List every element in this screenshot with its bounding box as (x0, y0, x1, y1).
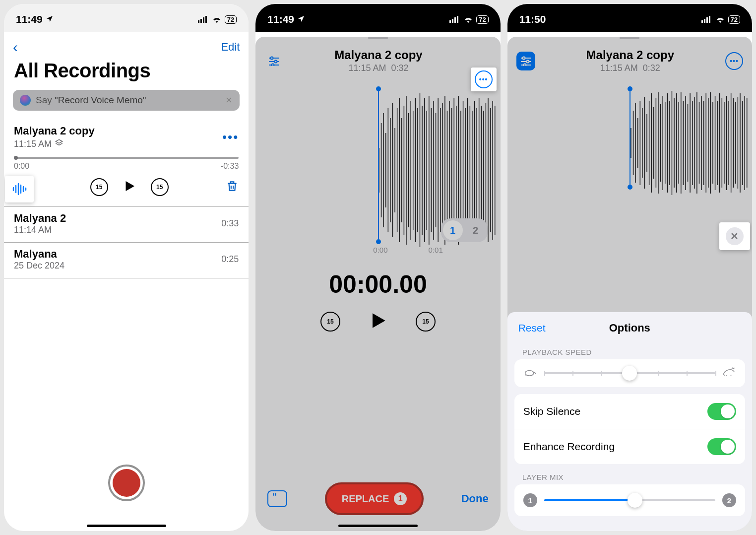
close-button[interactable]: ✕ (726, 227, 744, 245)
recording-time: 11:15 AM (14, 139, 52, 149)
recording-duration: 0:25 (221, 254, 239, 265)
svg-rect-1 (200, 19, 202, 23)
editor-title: Malyana 2 copy (586, 48, 674, 62)
done-button[interactable]: Done (461, 492, 489, 505)
svg-point-19 (272, 64, 274, 66)
sheet-grabber[interactable] (620, 37, 639, 39)
waveform-view[interactable]: 1 2 0:00 0:01 (258, 83, 497, 257)
more-icon[interactable]: ••• (475, 70, 493, 88)
skip-silence-label: Skip Silence (523, 405, 581, 417)
enhance-recording-toggle[interactable] (707, 438, 736, 455)
status-bar: 11:49 72 (4, 4, 249, 32)
speed-slider[interactable] (544, 372, 715, 374)
svg-rect-11 (452, 19, 453, 23)
recording-duration: 0:33 (221, 218, 239, 229)
page-title: All Recordings (4, 60, 249, 87)
recording-title: Malyana 2 (14, 212, 66, 225)
options-button-active[interactable] (516, 52, 535, 70)
highlight-more: ••• (471, 67, 497, 91)
back-button[interactable]: ‹ (13, 39, 18, 56)
layermix-label: LAYER MIX (507, 469, 752, 484)
svg-rect-2 (203, 17, 204, 23)
svg-point-79 (526, 60, 529, 63)
layer-2-button[interactable]: 2 (466, 220, 486, 240)
status-bar: 11:50 72 (507, 4, 752, 32)
svg-point-17 (275, 60, 277, 63)
layer-1-button[interactable]: 1 (443, 220, 463, 240)
highlight-waveform (5, 176, 34, 202)
home-indicator (87, 525, 166, 527)
svg-rect-73 (704, 19, 705, 23)
recording-item[interactable]: Malyana 25 Dec 2024 0:25 (4, 243, 249, 278)
replace-button[interactable]: REPLACE 1 (325, 482, 424, 515)
layer-1-badge: 1 (523, 493, 537, 507)
cellular-icon (701, 13, 712, 25)
recording-title: Malyana (14, 248, 64, 261)
playback-speed-label: PLAYBACK SPEED (507, 344, 752, 359)
options-button[interactable] (264, 52, 283, 70)
play-button[interactable] (367, 310, 389, 334)
battery-icon: 72 (225, 15, 237, 24)
reset-button[interactable]: Reset (518, 322, 546, 334)
svg-point-81 (523, 64, 526, 66)
recording-expanded: Malyana 2 copy 11:15 AM ••• 0:00 -0:33 1… (4, 120, 249, 207)
elapsed-time: 0:00 (14, 162, 29, 171)
cellular-icon (198, 13, 209, 25)
svg-rect-72 (701, 20, 703, 23)
layer-selector: 1 2 (441, 218, 488, 242)
recording-sub: 11:14 AM (14, 225, 66, 235)
svg-point-15 (271, 57, 273, 59)
svg-rect-13 (457, 16, 458, 23)
skip-forward-button[interactable]: 15 (151, 178, 169, 196)
recording-title: Malyana 2 copy (14, 125, 95, 137)
skip-silence-toggle[interactable] (707, 403, 736, 420)
playhead[interactable] (630, 88, 630, 188)
skip-back-button[interactable]: 15 (320, 312, 340, 332)
svg-rect-74 (706, 17, 708, 23)
tortoise-icon (523, 367, 537, 379)
sheet-grabber[interactable] (368, 37, 388, 39)
skip-forward-button[interactable]: 15 (416, 312, 436, 332)
wifi-icon (463, 13, 473, 25)
scrubber[interactable] (14, 157, 239, 159)
layermix-slider[interactable] (544, 499, 715, 501)
status-time: 11:50 (519, 13, 546, 25)
wifi-icon (212, 13, 222, 25)
more-button[interactable]: ••• (222, 130, 239, 145)
status-bar: 11:49 72 (255, 4, 500, 32)
options-sheet: Reset Options PLAYBACK SPEED Skip Silenc… (507, 312, 752, 531)
close-icon[interactable]: ✕ (225, 95, 233, 106)
more-button[interactable]: ••• (725, 52, 743, 70)
layer-2-badge: 2 (722, 493, 736, 507)
enhance-recording-label: Enhance Recording (523, 441, 615, 453)
siri-suggestion[interactable]: Say "Record Voice Memo" ✕ (13, 90, 240, 111)
rabbit-icon (722, 367, 736, 379)
recording-item[interactable]: Malyana 2 11:14 AM 0:33 (4, 207, 249, 243)
siri-text: Say "Record Voice Memo" (36, 95, 146, 106)
battery-icon: 72 (476, 15, 488, 24)
svg-rect-10 (449, 20, 451, 23)
battery-icon: 72 (728, 15, 740, 24)
siri-icon (20, 95, 31, 106)
location-icon (46, 13, 54, 25)
play-button[interactable] (122, 179, 137, 196)
playhead[interactable] (378, 88, 379, 242)
layers-icon (55, 138, 63, 150)
recording-sub: 25 Dec 2024 (14, 261, 64, 271)
transcript-button[interactable] (267, 490, 287, 507)
record-button[interactable] (108, 465, 145, 501)
highlight-close: ✕ (719, 222, 750, 250)
svg-rect-75 (709, 16, 710, 23)
delete-button[interactable] (226, 180, 239, 195)
edit-button[interactable]: Edit (221, 41, 240, 54)
skip-back-button[interactable]: 15 (90, 178, 108, 196)
location-icon (297, 13, 305, 25)
svg-rect-3 (205, 16, 207, 23)
waveform-view[interactable] (510, 83, 749, 202)
wave-time-0: 0:00 (373, 246, 387, 254)
wave-time-1: 0:01 (429, 246, 443, 254)
replace-badge: 1 (394, 492, 407, 505)
editor-title: Malyana 2 copy (334, 48, 422, 62)
options-title: Options (609, 322, 650, 334)
cellular-icon (449, 13, 460, 25)
